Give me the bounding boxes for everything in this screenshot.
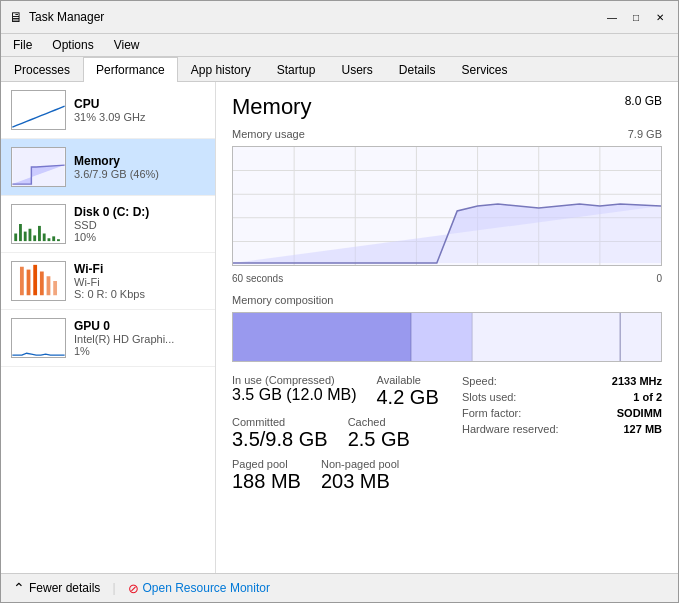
wifi-speed: S: 0 R: 0 Kbps	[74, 288, 205, 300]
svg-rect-16	[33, 265, 37, 295]
spec-slots: Slots used: 1 of 2	[462, 390, 662, 404]
fewer-details-button[interactable]: ⌃ Fewer details	[13, 580, 100, 596]
usage-chart-svg	[233, 147, 661, 265]
committed-value: 3.5/9.8 GB	[232, 428, 328, 450]
title-bar-left: 🖥 Task Manager	[9, 9, 104, 25]
non-paged-pool-value: 203 MB	[321, 470, 399, 492]
disk-mini-graph	[12, 205, 65, 243]
disk-percent: 10%	[74, 231, 205, 243]
stats-left: In use (Compressed) 3.5 GB (12.0 MB) Ava…	[232, 374, 452, 492]
open-resource-monitor-label: Open Resource Monitor	[143, 581, 270, 595]
stats-row-2: Committed 3.5/9.8 GB Cached 2.5 GB	[232, 416, 452, 450]
left-panel: CPU 31% 3.09 GHz Memory 3.6/7.9 GB (46	[1, 82, 216, 573]
memory-stats: 3.6/7.9 GB (46%)	[74, 168, 205, 180]
stat-in-use: In use (Compressed) 3.5 GB (12.0 MB)	[232, 374, 357, 408]
window-title: Task Manager	[29, 10, 104, 24]
spec-hardware-reserved: Hardware reserved: 127 MB	[462, 422, 662, 436]
composition-svg	[233, 313, 661, 361]
paged-pool-label: Paged pool	[232, 458, 301, 470]
hardware-reserved-label: Hardware reserved:	[462, 423, 559, 435]
cached-label: Cached	[348, 416, 410, 428]
svg-rect-5	[24, 232, 27, 242]
minimize-button[interactable]: —	[602, 7, 622, 27]
menu-bar: File Options View	[1, 34, 678, 57]
paged-pool-value: 188 MB	[232, 470, 301, 492]
resource-item-disk[interactable]: Disk 0 (C: D:) SSD 10%	[1, 196, 215, 253]
menu-file[interactable]: File	[5, 36, 40, 54]
memory-title: Memory	[232, 94, 311, 120]
usage-chart	[232, 146, 662, 266]
tab-app-history[interactable]: App history	[178, 57, 264, 82]
memory-thumbnail	[11, 147, 66, 187]
main-content: CPU 31% 3.09 GHz Memory 3.6/7.9 GB (46	[1, 82, 678, 573]
tab-performance[interactable]: Performance	[83, 57, 178, 82]
spec-form-factor: Form factor: SODIMM	[462, 406, 662, 420]
usage-label: Memory usage	[232, 128, 305, 140]
gpu-thumbnail	[11, 318, 66, 358]
committed-label: Committed	[232, 416, 328, 428]
time-right: 0	[656, 273, 662, 284]
footer-divider: |	[112, 581, 115, 595]
task-manager-window: 🖥 Task Manager — □ ✕ File Options View P…	[0, 0, 679, 603]
available-label: Available	[377, 374, 439, 386]
svg-rect-17	[40, 272, 44, 296]
resource-item-wifi[interactable]: Wi-Fi Wi-Fi S: 0 R: 0 Kbps	[1, 253, 215, 310]
composition-chart	[232, 312, 662, 362]
tab-users[interactable]: Users	[328, 57, 385, 82]
slots-value: 1 of 2	[633, 391, 662, 403]
close-button[interactable]: ✕	[650, 7, 670, 27]
menu-view[interactable]: View	[106, 36, 148, 54]
disk-thumbnail	[11, 204, 66, 244]
wifi-info: Wi-Fi Wi-Fi S: 0 R: 0 Kbps	[74, 262, 205, 300]
svg-rect-37	[472, 313, 661, 361]
open-resource-monitor-link[interactable]: ⊘ Open Resource Monitor	[128, 581, 270, 596]
title-bar: 🖥 Task Manager — □ ✕	[1, 1, 678, 34]
memory-header: Memory 8.0 GB	[232, 94, 662, 120]
wifi-name: Wi-Fi	[74, 262, 205, 276]
svg-rect-9	[43, 234, 46, 242]
resource-item-gpu[interactable]: GPU 0 Intel(R) HD Graphi... 1%	[1, 310, 215, 367]
svg-rect-3	[14, 234, 17, 242]
tab-startup[interactable]: Startup	[264, 57, 329, 82]
memory-info: Memory 3.6/7.9 GB (46%)	[74, 154, 205, 180]
resource-item-memory[interactable]: Memory 3.6/7.9 GB (46%)	[1, 139, 215, 196]
svg-rect-7	[33, 235, 36, 241]
tab-services[interactable]: Services	[449, 57, 521, 82]
memory-mini-graph	[12, 148, 65, 186]
cached-value: 2.5 GB	[348, 428, 410, 450]
composition-label: Memory composition	[232, 294, 662, 306]
disk-info: Disk 0 (C: D:) SSD 10%	[74, 205, 205, 243]
cpu-info: CPU 31% 3.09 GHz	[74, 97, 205, 123]
gpu-adapter: Intel(R) HD Graphi...	[74, 333, 205, 345]
in-use-label: In use (Compressed)	[232, 374, 357, 386]
svg-rect-12	[57, 239, 60, 241]
gpu-mini-graph	[12, 319, 65, 357]
memory-label-row: Memory usage 7.9 GB	[232, 128, 662, 140]
cpu-mini-graph	[12, 91, 65, 129]
tabs-bar: Processes Performance App history Startu…	[1, 57, 678, 82]
usage-max: 7.9 GB	[628, 128, 662, 140]
svg-rect-8	[38, 226, 41, 241]
in-use-value: 3.5 GB (12.0 MB)	[232, 386, 357, 404]
svg-rect-20	[12, 319, 64, 357]
maximize-button[interactable]: □	[626, 7, 646, 27]
svg-rect-14	[20, 267, 24, 296]
resource-item-cpu[interactable]: CPU 31% 3.09 GHz	[1, 82, 215, 139]
disk-type: SSD	[74, 219, 205, 231]
gpu-percent: 1%	[74, 345, 205, 357]
memory-total: 8.0 GB	[625, 94, 662, 108]
fewer-details-label: Fewer details	[29, 581, 100, 595]
footer: ⌃ Fewer details | ⊘ Open Resource Monito…	[1, 573, 678, 602]
right-panel: Memory 8.0 GB Memory usage 7.9 GB	[216, 82, 678, 573]
non-paged-pool-label: Non-paged pool	[321, 458, 399, 470]
stats-row-3: Paged pool 188 MB Non-paged pool 203 MB	[232, 458, 452, 492]
cpu-name: CPU	[74, 97, 205, 111]
time-left: 60 seconds	[232, 273, 283, 284]
tab-details[interactable]: Details	[386, 57, 449, 82]
speed-label: Speed:	[462, 375, 497, 387]
gpu-name: GPU 0	[74, 319, 205, 333]
svg-rect-4	[19, 224, 22, 241]
svg-rect-35	[411, 313, 472, 361]
tab-processes[interactable]: Processes	[1, 57, 83, 82]
menu-options[interactable]: Options	[44, 36, 101, 54]
